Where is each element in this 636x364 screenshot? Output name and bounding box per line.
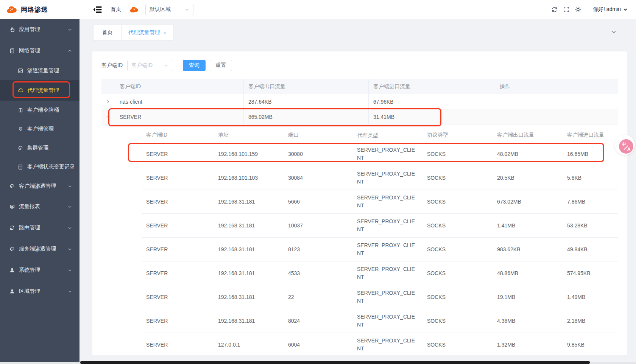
search-form: 客户端ID 客户端ID 查询 重置 [101, 60, 618, 71]
cell-client-id: SERVER [115, 109, 244, 124]
cell-proxy-type: SERVER_PROXY_CLIENT [352, 170, 422, 186]
query-button[interactable]: 查询 [183, 60, 206, 71]
table-header-row: 客户端ID 地址 端口 代理类型 协议类型 客户端出口流量 客户端进口流量 [142, 128, 618, 142]
table-row: SERVER 127.0.0.1 6004 SERVER_PROXY_CLIEN… [142, 333, 618, 355]
table-row-server[interactable]: SERVER 865.02MB 31.41MB [101, 109, 618, 124]
column-header: 客户端进口流量 [369, 79, 495, 94]
top-header: 首页 默认区域 你好! admin [80, 0, 636, 19]
sidebar-item-traffic-report[interactable]: 流量报表 [0, 196, 80, 217]
sidebar-item-client-token-bucket[interactable]: 客户端令牌桶 [0, 101, 80, 120]
sidebar-item-network-management[interactable]: 网络管理 [0, 40, 80, 61]
tab-close-icon[interactable]: × [163, 30, 167, 36]
sidebar-item-cluster-management[interactable]: 集群管理 [0, 138, 80, 157]
sidebar-item-server-penetration-management[interactable]: 服务端渗透管理 [0, 238, 80, 260]
fullscreen-icon[interactable] [563, 6, 569, 12]
cell-out-traffic: 287.64KB [244, 94, 369, 109]
sidebar-item-label: 客户端渗透管理 [19, 183, 56, 190]
sidebar-item-label: 渗透流量管理 [27, 67, 59, 74]
cell-client-id: SERVER [142, 270, 214, 276]
column-header: 代理类型 [352, 131, 422, 139]
cell-client-id: SERVER [142, 151, 214, 157]
refresh-icon [9, 225, 15, 231]
sidebar-item-label: 流量报表 [19, 203, 40, 210]
breadcrumb[interactable]: 首页 [111, 6, 121, 13]
user-icon [9, 267, 15, 273]
cell-address: 192.168.31.181 [214, 270, 284, 276]
sidebar-item-label: 网络管理 [19, 47, 40, 54]
app-title: 网络渗透 [21, 5, 48, 14]
sidebar-item-system-management[interactable]: 系统管理 [0, 260, 80, 281]
cell-port: 4533 [284, 270, 352, 276]
cell-port: 8024 [284, 318, 352, 324]
sidebar-item-penetration-traffic-management[interactable]: 渗透流量管理 [0, 61, 80, 80]
tab-proxy-traffic-management[interactable]: 代理流量管理 × [122, 25, 173, 40]
table-row: SERVER 192.168.31.181 22 SERVER_PROXY_CL… [142, 285, 618, 309]
chevron-down-icon [623, 7, 628, 12]
sidebar-item-route-management[interactable]: 路由管理 [0, 217, 80, 238]
user-menu[interactable]: 你好! admin [593, 6, 628, 13]
expand-row-icon[interactable] [106, 100, 110, 104]
sidebar-item-region-management[interactable]: 区域管理 [0, 281, 80, 302]
cloud-icon [17, 87, 23, 93]
cell-out-traffic: 19.1MB [493, 294, 563, 300]
cloud-logo-icon [6, 5, 17, 14]
chevron-up-icon [68, 49, 72, 53]
collapse-row-icon[interactable] [106, 115, 110, 119]
sidebar-menu: 应用管理 网络管理 渗透流量管理 代理流量管理 [0, 19, 80, 302]
client-traffic-table: 客户端ID 客户端出口流量 客户端进口流量 操作 nas-client 287.… [101, 79, 618, 355]
horizontal-scrollbar[interactable] [80, 361, 590, 364]
column-header: 地址 [214, 132, 284, 138]
brightness-icon[interactable] [575, 6, 581, 12]
client-id-label: 客户端ID [101, 62, 123, 69]
chart-icon [17, 68, 23, 74]
translate-zh-glyph: 中 [622, 141, 626, 148]
sidebar-item-app-management[interactable]: 应用管理 [0, 19, 80, 40]
chevron-down-icon [68, 205, 72, 209]
client-id-placeholder: 客户端ID [131, 62, 153, 69]
hand-pointer-icon [9, 26, 15, 33]
report-board-icon [9, 204, 15, 210]
column-header: 客户端出口流量 [244, 79, 369, 94]
tab-list-chevron-icon[interactable] [611, 30, 616, 34]
column-header: 端口 [284, 132, 352, 138]
sidebar-item-client-status-change-log[interactable]: 客户端状态变更记录 [0, 157, 80, 176]
column-header: 协议类型 [422, 132, 493, 138]
column-header: 客户端出口流量 [493, 132, 563, 138]
tab-bar: 首页 代理流量管理 × [80, 19, 636, 44]
tab-home[interactable]: 首页 [93, 25, 122, 40]
table-row: SERVER 192.168.31.181 5666 SERVER_PROXY_… [142, 190, 618, 214]
cell-in-traffic: 9.85KB [563, 342, 618, 348]
cell-port: 10037 [284, 222, 352, 229]
chevron-down-icon [185, 8, 189, 12]
cell-in-traffic: 16.65MB [563, 151, 618, 157]
region-select[interactable]: 默认区域 [145, 4, 193, 15]
chevron-down-icon [68, 184, 72, 188]
chevron-down-icon [68, 289, 72, 294]
sidebar-item-proxy-traffic-management[interactable]: 代理流量管理 [0, 80, 80, 101]
refresh-icon[interactable] [551, 6, 558, 13]
translate-fab[interactable]: 中 A [614, 135, 635, 155]
reset-button[interactable]: 重置 [210, 60, 232, 71]
cell-in-traffic: 49.84KB [563, 246, 618, 252]
column-header: 操作 [495, 79, 618, 94]
cloud-icon[interactable] [129, 6, 139, 13]
sidebar-item-label: 客户端状态变更记录 [27, 163, 75, 170]
cell-port: 6004 [284, 342, 352, 348]
client-id-select[interactable]: 客户端ID [127, 60, 172, 71]
column-header: 客户端ID [115, 79, 244, 94]
expand-column-header [101, 79, 115, 94]
cell-protocol: SOCKS [422, 270, 493, 276]
sidebar-item-client-management[interactable]: 客户端管理 [0, 120, 80, 138]
translate-en-glyph: A [627, 146, 631, 152]
menu-collapse-icon[interactable] [93, 6, 102, 13]
cell-actions [495, 109, 618, 124]
cell-protocol: SOCKS [422, 222, 493, 229]
cell-port: 30084 [284, 175, 352, 181]
sidebar-item-client-penetration-management[interactable]: 客户端渗透管理 [0, 176, 80, 196]
region-select-value: 默认区域 [150, 6, 171, 13]
sidebar-item-label: 代理流量管理 [27, 87, 59, 94]
table-row-nas-client[interactable]: nas-client 287.64KB 67.96KB [101, 94, 618, 109]
cluster-link-icon [17, 145, 23, 151]
cell-client-id: SERVER [142, 199, 214, 205]
column-header: 客户端ID [142, 132, 214, 138]
